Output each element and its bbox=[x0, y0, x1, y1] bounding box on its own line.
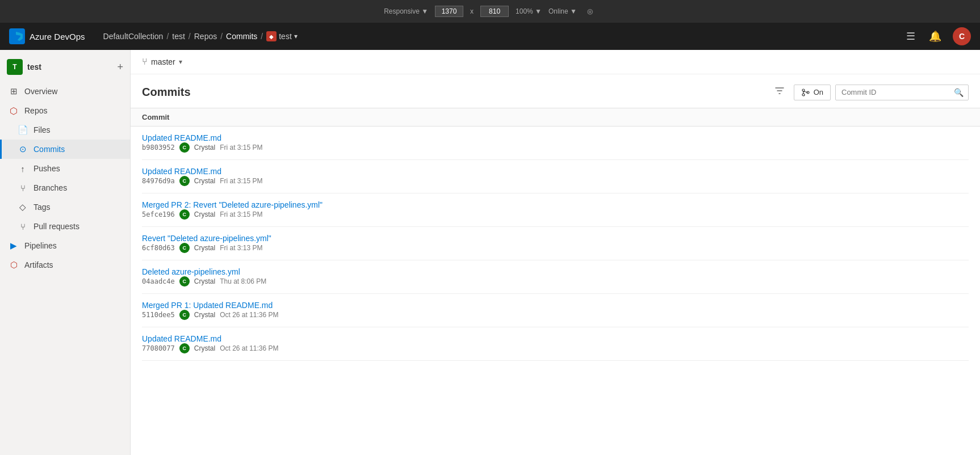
commit-author-avatar: C bbox=[179, 310, 190, 320]
commit-time: Oct 26 at 11:36 PM bbox=[220, 344, 278, 352]
commit-message: Updated README.md bbox=[142, 334, 969, 343]
notifications-icon[interactable]: 🔔 bbox=[927, 28, 944, 45]
azure-devops-logo[interactable] bbox=[9, 28, 25, 44]
svg-point-0 bbox=[802, 89, 805, 91]
browser-settings-btn[interactable]: ◎ bbox=[584, 6, 596, 16]
breadcrumb-project[interactable]: test bbox=[172, 32, 185, 41]
commit-meta: b9803952 C Crystal Fri at 3:15 PM bbox=[142, 142, 969, 153]
branch-name: master bbox=[151, 57, 175, 66]
sidebar-item-commits[interactable]: ⊙ Commits bbox=[0, 140, 130, 159]
top-nav-right: ☰ 🔔 C bbox=[904, 27, 971, 45]
project-name[interactable]: test bbox=[27, 62, 41, 71]
commit-author: Crystal bbox=[194, 311, 215, 319]
overview-icon: ⊞ bbox=[9, 86, 19, 96]
commits-table: Commit Updated README.md b9803952 C Crys… bbox=[131, 108, 980, 361]
sidebar-item-overview[interactable]: ⊞ Overview bbox=[0, 82, 130, 101]
page-title: Commits bbox=[142, 86, 191, 99]
branches-icon: ⑂ bbox=[18, 183, 28, 193]
commit-meta: 5efce196 C Crystal Fri at 3:15 PM bbox=[142, 209, 969, 220]
height-input[interactable] bbox=[480, 6, 509, 17]
commit-id-search: 🔍 bbox=[835, 85, 969, 100]
sidebar-item-overview-label: Overview bbox=[24, 87, 57, 96]
sidebar-item-branches-label: Branches bbox=[33, 183, 67, 192]
sidebar-item-files-label: Files bbox=[33, 125, 51, 134]
commit-hash: 6cf80d63 bbox=[142, 244, 175, 252]
branch-bar: ⑂ master ▾ bbox=[131, 50, 980, 74]
commit-message: Updated README.md bbox=[142, 167, 969, 176]
commit-author-avatar: C bbox=[179, 243, 190, 253]
sidebar-item-pipelines-label: Pipelines bbox=[24, 241, 57, 250]
commit-meta: 6cf80d63 C Crystal Fri at 3:13 PM bbox=[142, 243, 969, 253]
sidebar-item-files[interactable]: 📄 Files bbox=[0, 120, 130, 140]
repo-icon bbox=[266, 31, 277, 41]
breadcrumb-collection[interactable]: DefaultCollection bbox=[103, 32, 164, 41]
commit-row[interactable]: Updated README.md b9803952 C Crystal Fri… bbox=[142, 127, 969, 160]
commit-author: Crystal bbox=[194, 210, 215, 218]
repo-selector[interactable]: test ▾ bbox=[266, 31, 298, 41]
filter-btn[interactable] bbox=[770, 83, 789, 101]
sidebar-project: T test + bbox=[0, 54, 130, 82]
sidebar: T test + ⊞ Overview ⬡ Repos 📄 Files bbox=[0, 50, 131, 455]
commit-meta: 77080077 C Crystal Oct 26 at 11:36 PM bbox=[142, 343, 969, 353]
commit-hash: b9803952 bbox=[142, 144, 175, 151]
sidebar-item-tags[interactable]: ◇ Tags bbox=[0, 197, 130, 217]
commits-list: Updated README.md b9803952 C Crystal Fri… bbox=[131, 127, 980, 361]
commit-message: Revert "Deleted azure-pipelines.yml" bbox=[142, 234, 969, 243]
commit-time: Fri at 3:15 PM bbox=[220, 210, 262, 218]
commit-author: Crystal bbox=[194, 244, 215, 252]
sep1: / bbox=[166, 32, 169, 41]
commits-controls: On 🔍 bbox=[770, 83, 969, 101]
breadcrumb: DefaultCollection / test / Repos / Commi… bbox=[103, 31, 298, 41]
commit-author: Crystal bbox=[194, 344, 215, 352]
sep4: / bbox=[261, 32, 263, 41]
commit-time: Fri at 3:15 PM bbox=[220, 144, 262, 151]
breadcrumb-repos[interactable]: Repos bbox=[194, 32, 217, 41]
commit-time: Thu at 8:06 PM bbox=[220, 277, 266, 285]
files-icon: 📄 bbox=[18, 125, 28, 135]
commit-author: Crystal bbox=[194, 177, 215, 185]
commit-row[interactable]: Merged PR 1: Updated README.md 5110dee5 … bbox=[142, 294, 969, 327]
commit-row[interactable]: Updated README.md 84976d9a C Crystal Fri… bbox=[142, 160, 969, 193]
commit-row[interactable]: Merged PR 2: Revert "Deleted azure-pipel… bbox=[142, 193, 969, 227]
commit-row[interactable]: Revert "Deleted azure-pipelines.yml" 6cf… bbox=[142, 227, 969, 260]
top-nav: Azure DevOps DefaultCollection / test / … bbox=[0, 23, 980, 50]
branch-dropdown-icon: ▾ bbox=[179, 58, 182, 66]
commit-message: Merged PR 1: Updated README.md bbox=[142, 301, 969, 310]
commit-id-search-btn[interactable]: 🔍 bbox=[949, 85, 968, 100]
svg-point-2 bbox=[802, 94, 805, 96]
work-items-icon[interactable]: ☰ bbox=[904, 28, 918, 45]
width-input[interactable] bbox=[435, 6, 463, 17]
user-avatar[interactable]: C bbox=[953, 27, 971, 45]
sep3: / bbox=[220, 32, 223, 41]
sidebar-item-commits-label: Commits bbox=[33, 145, 65, 154]
sidebar-item-repos[interactable]: ⬡ Repos bbox=[0, 101, 130, 120]
repo-dropdown-icon: ▾ bbox=[294, 32, 298, 40]
commit-time: Fri at 3:15 PM bbox=[220, 177, 262, 185]
pull-requests-icon: ⑂ bbox=[18, 221, 28, 231]
commit-time: Oct 26 at 11:36 PM bbox=[220, 311, 278, 319]
commit-row[interactable]: Updated README.md 77080077 C Crystal Oct… bbox=[142, 327, 969, 361]
org-name[interactable]: Azure DevOps bbox=[30, 32, 85, 41]
repo-name: test bbox=[279, 32, 292, 41]
branch-selector-btn[interactable]: ⑂ master ▾ bbox=[142, 57, 182, 67]
commit-meta: 84976d9a C Crystal Fri at 3:15 PM bbox=[142, 176, 969, 186]
responsive-label: Responsive ▼ bbox=[384, 7, 428, 15]
sidebar-item-repos-label: Repos bbox=[24, 106, 47, 115]
sidebar-item-pipelines[interactable]: ▶ Pipelines bbox=[0, 236, 130, 255]
sidebar-item-artifacts-label: Artifacts bbox=[24, 260, 53, 269]
graph-toggle-btn[interactable]: On bbox=[794, 85, 831, 100]
sidebar-item-pull-requests-label: Pull requests bbox=[33, 222, 79, 231]
sidebar-item-pull-requests[interactable]: ⑂ Pull requests bbox=[0, 217, 130, 236]
sidebar-item-branches[interactable]: ⑂ Branches bbox=[0, 178, 130, 197]
tags-icon: ◇ bbox=[18, 202, 28, 212]
project-icon: T bbox=[7, 59, 23, 75]
sidebar-item-pushes[interactable]: ↑ Pushes bbox=[0, 159, 130, 178]
add-project-btn[interactable]: + bbox=[117, 61, 123, 73]
commit-hash: 04aadc4e bbox=[142, 277, 175, 285]
commit-row[interactable]: Deleted azure-pipelines.yml 04aadc4e C C… bbox=[142, 260, 969, 294]
commit-id-input[interactable] bbox=[836, 85, 949, 99]
sidebar-item-artifacts[interactable]: ⬡ Artifacts bbox=[0, 255, 130, 275]
commit-hash: 5110dee5 bbox=[142, 311, 175, 319]
commit-hash: 84976d9a bbox=[142, 177, 175, 185]
commit-hash: 5efce196 bbox=[142, 210, 175, 218]
